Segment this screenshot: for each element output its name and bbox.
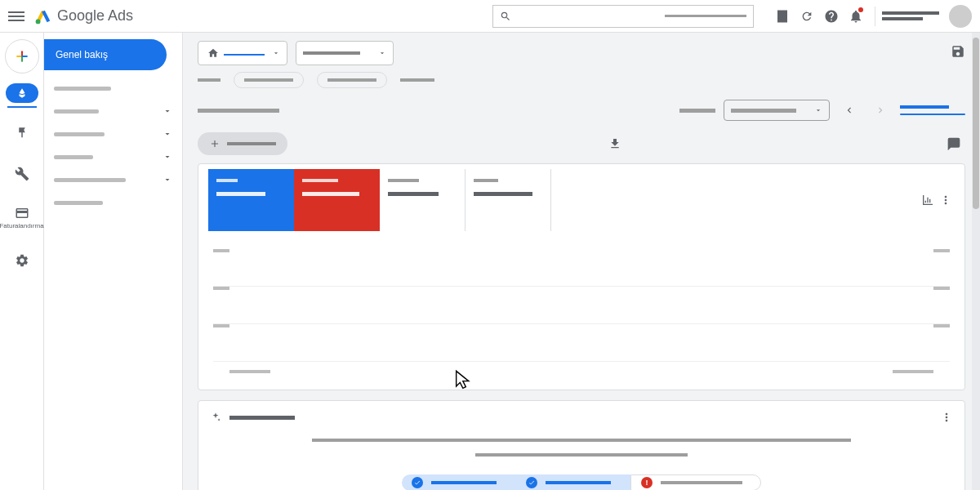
rail-tools[interactable] [7,158,38,189]
top-controls [198,41,965,65]
sidebar-overview[interactable]: Genel bakış [44,39,167,70]
filter-chip[interactable] [317,72,387,88]
metric-tile-4[interactable] [466,169,551,231]
date-range[interactable] [724,100,830,121]
home-icon [207,47,219,59]
chart-area [198,236,964,390]
chevron-down-icon [163,129,172,139]
avatar[interactable] [949,5,972,28]
divider [875,7,875,26]
chart-options-icon[interactable] [919,194,937,207]
step-2[interactable] [516,474,630,490]
google-ads-logo-icon [34,7,52,25]
rail-billing[interactable]: Faturalandırma [7,199,38,235]
sidebar-item[interactable] [44,145,182,168]
nav-rail: Faturalandırma [0,33,44,490]
metrics-summary-row [198,100,965,121]
rail-goals[interactable] [7,118,38,149]
chevron-down-icon [163,106,172,116]
search-input[interactable] [518,11,665,21]
metric-tile-1[interactable] [208,169,294,231]
metric-tiles [208,169,551,231]
feedback-icon[interactable] [942,137,965,150]
search-icon [500,11,511,22]
sidebar-item[interactable] [44,122,182,145]
sidebar-item[interactable] [44,168,182,191]
add-metric-button[interactable] [198,132,287,155]
breadcrumb [198,72,965,88]
download-icon[interactable] [604,137,626,150]
search-input-container[interactable] [492,5,754,28]
caret-down-icon [272,49,280,57]
filter-chip[interactable] [234,72,304,88]
save-icon[interactable] [951,44,965,62]
logo-text: Google Ads [57,7,133,24]
card-more-icon[interactable] [940,411,953,424]
notifications-icon[interactable] [844,4,868,29]
caret-down-icon [378,49,386,57]
sparkle-icon [210,412,221,423]
step-1[interactable] [402,474,516,490]
reports-icon[interactable] [770,4,795,29]
toolbar-row [198,132,965,155]
logo[interactable]: Google Ads [34,7,133,25]
step-3[interactable]: ! [630,474,761,490]
scrollbar[interactable] [972,33,980,490]
main-content: ! [183,33,980,490]
rail-admin[interactable] [7,245,38,276]
active-tab-indicator [900,105,965,115]
app-header: Google Ads [0,0,980,33]
sidebar-item[interactable] [44,77,182,100]
caret-down-icon [814,106,822,114]
next-period[interactable] [869,100,892,121]
refresh-icon[interactable] [795,4,819,29]
account-info[interactable] [882,11,939,20]
campaign-dropdown[interactable] [296,41,394,65]
overview-card [198,163,965,390]
sidebar-item[interactable] [44,191,182,214]
sidebar: Genel bakış [44,33,183,490]
setup-stepper: ! [402,474,761,490]
card-more-icon[interactable] [937,194,955,207]
help-icon[interactable] [819,4,844,29]
svg-point-0 [36,19,41,24]
metric-tile-2[interactable] [294,169,380,231]
recommendations-card: ! [198,400,965,490]
sidebar-item[interactable] [44,100,182,122]
prev-period[interactable] [838,100,861,121]
chevron-down-icon [163,152,172,162]
chevron-down-icon [163,175,172,185]
menu-icon[interactable] [8,11,24,21]
plus-icon [209,138,220,149]
metric-tile-3[interactable] [380,169,466,231]
create-button[interactable] [5,39,39,74]
account-dropdown[interactable] [198,41,287,65]
rail-campaigns[interactable] [6,83,38,103]
